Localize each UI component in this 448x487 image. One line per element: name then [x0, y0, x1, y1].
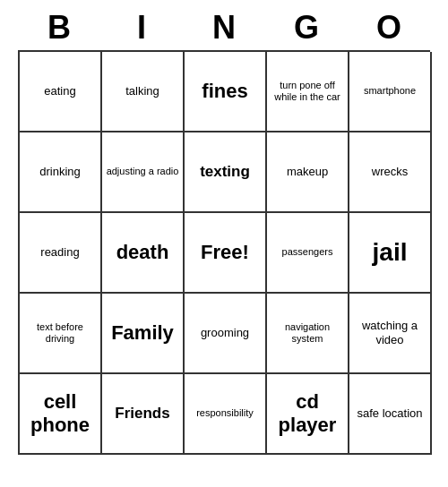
letter-o: O: [348, 9, 430, 47]
cell-16: Family: [102, 294, 185, 374]
cell-17: grooming: [185, 294, 267, 374]
cell-1: talking: [102, 52, 185, 132]
cell-15: text before driving: [20, 294, 102, 374]
bingo-grid: eating talking fines turn pone off while…: [18, 50, 430, 455]
cell-5: drinking: [20, 132, 102, 213]
letter-g: G: [265, 9, 348, 47]
cell-11: death: [102, 213, 185, 294]
cell-21: Friends: [102, 374, 185, 455]
cell-20: cell phone: [20, 374, 102, 455]
letter-n: N: [183, 9, 265, 47]
cell-24: safe location: [349, 374, 432, 455]
cell-10: reading: [20, 213, 102, 294]
letter-b: B: [18, 9, 100, 47]
cell-6: adjusting a radio: [102, 132, 185, 213]
cell-7: texting: [185, 132, 267, 213]
cell-12-free: Free!: [185, 213, 267, 294]
cell-8: makeup: [267, 132, 349, 213]
bingo-title: B I N G O: [18, 9, 430, 47]
cell-3: turn pone off while in the car: [267, 52, 349, 132]
cell-23: cd player: [267, 374, 349, 455]
cell-0: eating: [20, 52, 102, 132]
cell-22: responsibility: [185, 374, 267, 455]
cell-18: navigation system: [267, 294, 349, 374]
cell-14: jail: [349, 213, 432, 294]
cell-13: passengers: [267, 213, 349, 294]
cell-9: wrecks: [349, 132, 432, 213]
letter-i: I: [100, 9, 183, 47]
cell-19: watching a video: [349, 294, 432, 374]
cell-4: smartphone: [349, 52, 432, 132]
cell-2: fines: [185, 52, 267, 132]
